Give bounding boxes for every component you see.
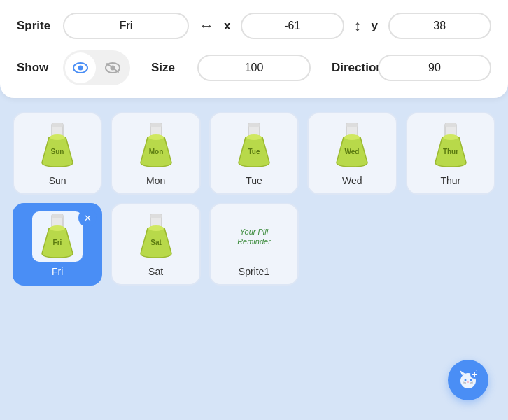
- y-input[interactable]: [388, 13, 492, 39]
- svg-point-6: [50, 134, 65, 140]
- size-label: Size: [151, 61, 188, 75]
- sprite-grid: Sun Sun Mon Mon: [13, 112, 495, 286]
- svg-rect-27: [52, 214, 63, 218]
- svg-text:Tue: Tue: [248, 148, 260, 155]
- sprite-name-thur: Thur: [440, 175, 460, 186]
- sprite-image-sprite1: Your Pill Reminder: [229, 211, 279, 262]
- svg-point-38: [467, 382, 469, 382]
- svg-line-4: [107, 64, 118, 72]
- svg-point-30: [148, 225, 164, 231]
- show-label: Show: [17, 61, 53, 75]
- show-hidden-button[interactable]: [97, 52, 128, 83]
- svg-point-22: [443, 134, 458, 140]
- add-sprite-fab[interactable]: [448, 360, 488, 400]
- sprite-image-fri: Fri: [32, 211, 83, 262]
- svg-point-26: [50, 225, 65, 231]
- size-input[interactable]: [197, 55, 311, 81]
- svg-point-18: [344, 134, 360, 140]
- y-label: y: [372, 19, 379, 33]
- sprite-card-sat[interactable]: Sat Sat: [111, 203, 200, 286]
- sprite-name-tue: Tue: [246, 175, 262, 186]
- show-visible-button[interactable]: [65, 52, 96, 83]
- direction-label: Direction: [332, 61, 368, 75]
- sprite1-text-content: Your Pill Reminder: [229, 221, 279, 253]
- sprite-card-fri[interactable]: ✕ Fri Fri: [13, 203, 102, 286]
- svg-point-10: [148, 134, 164, 140]
- svg-rect-23: [445, 123, 456, 127]
- sprite-image-sun: Sun: [32, 120, 83, 171]
- svg-point-1: [78, 66, 83, 71]
- sprite-label: Sprite: [17, 19, 53, 33]
- delete-fri-button[interactable]: ✕: [78, 209, 97, 227]
- sprite-name-sat: Sat: [148, 266, 163, 277]
- sprite-row: Sprite ↔ x ↕ y: [17, 13, 491, 39]
- svg-point-37: [470, 379, 472, 382]
- sprite-name-input[interactable]: [63, 13, 189, 39]
- sprite-image-wed: Wed: [327, 120, 377, 171]
- sprite-card-tue[interactable]: Tue Tue: [209, 112, 299, 195]
- visibility-toggle[interactable]: [63, 50, 130, 85]
- svg-text:Sat: Sat: [150, 239, 162, 246]
- direction-input[interactable]: [378, 55, 491, 81]
- svg-point-14: [246, 134, 262, 140]
- svg-rect-15: [248, 123, 260, 127]
- svg-text:Fri: Fri: [53, 239, 62, 246]
- sprite-name-sprite1: Sprite1: [239, 266, 269, 277]
- x-label: x: [224, 19, 231, 33]
- sprite-name-fri: Fri: [52, 266, 63, 277]
- svg-rect-31: [150, 214, 162, 218]
- sprite-card-sun[interactable]: Sun Sun: [13, 112, 102, 195]
- top-panel: Sprite ↔ x ↕ y Show: [0, 0, 508, 98]
- sprite-card-wed[interactable]: Wed Wed: [307, 112, 397, 195]
- sprite-image-tue: Tue: [229, 120, 279, 171]
- sprite-image-mon: Mon: [131, 120, 181, 171]
- sprite-card-sprite1[interactable]: Your Pill Reminder Sprite1: [209, 203, 299, 286]
- sprite-card-thur[interactable]: Thur Thur: [406, 112, 495, 195]
- sprite-name-wed: Wed: [342, 175, 362, 186]
- svg-text:Sun: Sun: [51, 148, 64, 155]
- main-area: Sun Sun Mon Mon: [0, 98, 508, 420]
- sprite-card-mon[interactable]: Mon Mon: [111, 112, 200, 195]
- sprite-image-sat: Sat: [131, 211, 181, 262]
- x-input[interactable]: [241, 13, 344, 39]
- svg-rect-7: [52, 123, 63, 127]
- y-axis-icon: ↕: [354, 17, 362, 35]
- svg-text:Wed: Wed: [345, 148, 360, 155]
- sprite-name-sun: Sun: [49, 175, 66, 186]
- controls-row: Show Size Direction: [17, 50, 491, 85]
- svg-point-36: [465, 379, 467, 382]
- x-axis-icon: ↔: [199, 17, 214, 35]
- sprite-name-mon: Mon: [146, 175, 165, 186]
- sprite-image-thur: Thur: [425, 120, 476, 171]
- svg-text:Mon: Mon: [148, 148, 163, 155]
- svg-rect-11: [150, 123, 162, 127]
- svg-rect-19: [346, 123, 358, 127]
- svg-text:Thur: Thur: [443, 148, 458, 155]
